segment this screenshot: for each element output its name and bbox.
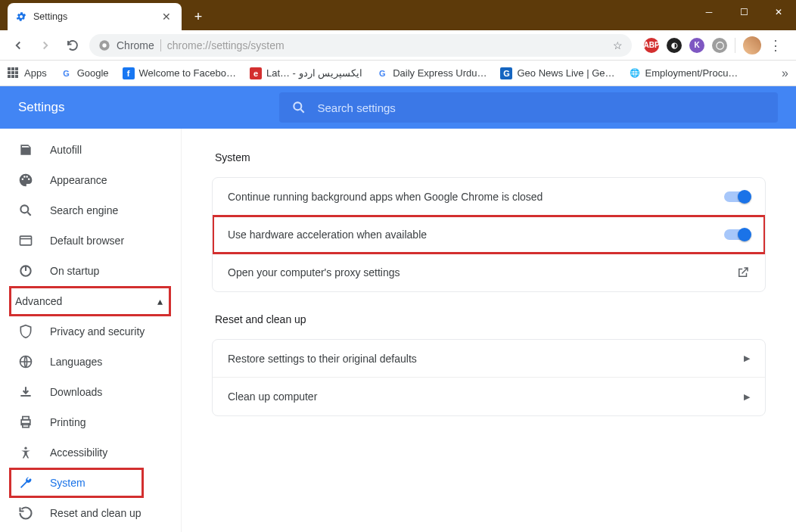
chevron-up-icon: ▴	[157, 295, 163, 307]
row-proxy-settings[interactable]: Open your computer's proxy settings	[213, 254, 765, 291]
chevron-right-icon: ▶	[744, 353, 750, 363]
url-scheme: Chrome	[117, 39, 154, 51]
bookmark-item[interactable]: f Welcome to Facebo…	[123, 67, 236, 79]
close-tab-icon[interactable]: ✕	[159, 9, 174, 24]
search-input[interactable]	[317, 101, 766, 114]
search-settings[interactable]	[279, 92, 778, 123]
sidebar-item-downloads[interactable]: Downloads	[0, 377, 181, 407]
profile-avatar[interactable]	[743, 36, 761, 54]
close-window-button[interactable]: ✕	[761, 0, 796, 24]
bookmark-item[interactable]: G Daily Express Urdu…	[376, 67, 487, 79]
facebook-icon: f	[123, 67, 135, 79]
row-label: Continue running background apps when Go…	[228, 191, 543, 203]
sidebar-label: Default browser	[50, 235, 124, 247]
reload-button[interactable]	[62, 35, 83, 56]
settings-sidebar: Autofill Appearance Search engine Defaul…	[0, 129, 182, 532]
sidebar-label: Downloads	[50, 386, 102, 398]
sidebar-item-languages[interactable]: Languages	[0, 347, 181, 377]
section-title-reset: Reset and clean up	[215, 313, 766, 325]
globe-icon: 🌐	[629, 67, 641, 79]
bookmark-item[interactable]: e Lat… - ایکسپریس اردو	[250, 67, 362, 79]
sidebar-label: Appearance	[50, 174, 107, 186]
bookmarks-overflow-icon[interactable]: »	[782, 67, 788, 80]
bookmark-item[interactable]: G Google	[61, 67, 109, 79]
browser-toolbar: Chrome chrome://settings/system ☆ ABP ◐ …	[0, 30, 796, 61]
extension-icons: ABP ◐ K ◯ ⋮	[638, 36, 788, 54]
sidebar-item-privacy[interactable]: Privacy and security	[0, 316, 181, 347]
restore-icon	[18, 506, 33, 521]
sidebar-item-appearance[interactable]: Appearance	[0, 165, 181, 195]
toggle-background-apps[interactable]	[724, 191, 750, 202]
shield-icon	[18, 324, 33, 339]
search-icon	[18, 203, 33, 218]
sidebar-label: Privacy and security	[50, 325, 145, 338]
menu-icon[interactable]: ⋮	[769, 37, 782, 54]
sidebar-label: Printing	[50, 416, 86, 428]
bookmark-label: Geo News Live | Ge…	[517, 67, 614, 79]
settings-title: Settings	[18, 100, 64, 115]
bookmark-item[interactable]: G Geo News Live | Ge…	[500, 67, 614, 79]
browser-tab[interactable]: Settings ✕	[8, 3, 182, 30]
content-area: Autofill Appearance Search engine Defaul…	[0, 129, 796, 532]
bookmark-item[interactable]: 🌐 Employment/Procu…	[629, 67, 738, 79]
minimize-button[interactable]: ─	[692, 0, 726, 24]
extension-icon[interactable]: ◐	[667, 38, 682, 53]
omnibox-divider	[160, 39, 161, 51]
extension-icon[interactable]: ◯	[712, 38, 727, 53]
bookmark-star-icon[interactable]: ☆	[613, 39, 623, 51]
window-titlebar: Settings ✕ + ─ ☐ ✕	[0, 0, 796, 30]
bookmark-label: Employment/Procu…	[645, 67, 738, 79]
sidebar-label: Search engine	[50, 204, 118, 216]
toggle-hardware-acceleration[interactable]	[724, 229, 750, 240]
sidebar-item-autofill[interactable]: Autofill	[0, 135, 181, 165]
sidebar-item-reset[interactable]: Reset and clean up	[0, 498, 181, 528]
svg-rect-9	[23, 424, 29, 428]
site-icon: G	[500, 67, 512, 79]
row-restore-defaults[interactable]: Restore settings to their original defau…	[213, 340, 765, 378]
search-icon	[291, 100, 306, 115]
sidebar-item-default-browser[interactable]: Default browser	[0, 226, 181, 256]
system-card: Continue running background apps when Go…	[212, 177, 766, 292]
sidebar-item-printing[interactable]: Printing	[0, 407, 181, 437]
chevron-right-icon: ▶	[744, 392, 750, 402]
row-label: Use hardware acceleration when available	[228, 229, 427, 241]
svg-point-10	[24, 447, 26, 450]
extension-icon[interactable]: K	[689, 38, 704, 53]
sidebar-item-on-startup[interactable]: On startup	[0, 256, 181, 286]
gear-icon	[15, 11, 27, 23]
printer-icon	[18, 415, 33, 430]
back-button[interactable]	[8, 35, 29, 56]
sidebar-item-search-engine[interactable]: Search engine	[0, 195, 181, 226]
accessibility-icon	[18, 445, 33, 460]
svg-point-1	[102, 43, 106, 47]
forward-button[interactable]	[35, 35, 56, 56]
reset-card: Restore settings to their original defau…	[212, 339, 766, 416]
sidebar-label: Autofill	[50, 144, 82, 156]
sidebar-label: Reset and clean up	[50, 507, 141, 519]
sidebar-item-system[interactable]: System	[0, 468, 181, 498]
apps-icon	[8, 67, 20, 79]
abp-extension-icon[interactable]: ABP	[644, 38, 659, 53]
palette-icon	[18, 173, 33, 188]
row-cleanup-computer[interactable]: Clean up computer ▶	[213, 378, 765, 415]
row-hardware-acceleration[interactable]: Use hardware acceleration when available	[213, 216, 765, 254]
row-label: Clean up computer	[228, 390, 317, 403]
row-label: Open your computer's proxy settings	[228, 266, 400, 278]
wrench-icon	[18, 475, 33, 490]
autofill-icon	[18, 142, 33, 157]
apps-button[interactable]: Apps	[8, 67, 47, 79]
tab-title: Settings	[33, 11, 153, 22]
address-bar[interactable]: Chrome chrome://settings/system ☆	[89, 34, 632, 57]
sidebar-item-accessibility[interactable]: Accessibility	[0, 437, 181, 468]
maximize-button[interactable]: ☐	[726, 0, 761, 24]
bookmark-label: Welcome to Facebo…	[139, 67, 236, 79]
new-tab-button[interactable]: +	[188, 6, 209, 27]
sidebar-label: Accessibility	[50, 446, 107, 459]
sidebar-section-advanced[interactable]: Advanced ▴	[0, 286, 181, 316]
svg-rect-8	[23, 417, 29, 420]
site-icon: e	[250, 67, 262, 79]
apps-label: Apps	[24, 67, 47, 79]
row-background-apps[interactable]: Continue running background apps when Go…	[213, 178, 765, 216]
svg-point-2	[294, 102, 302, 110]
bookmarks-bar: Apps G Google f Welcome to Facebo… e Lat…	[0, 61, 796, 86]
